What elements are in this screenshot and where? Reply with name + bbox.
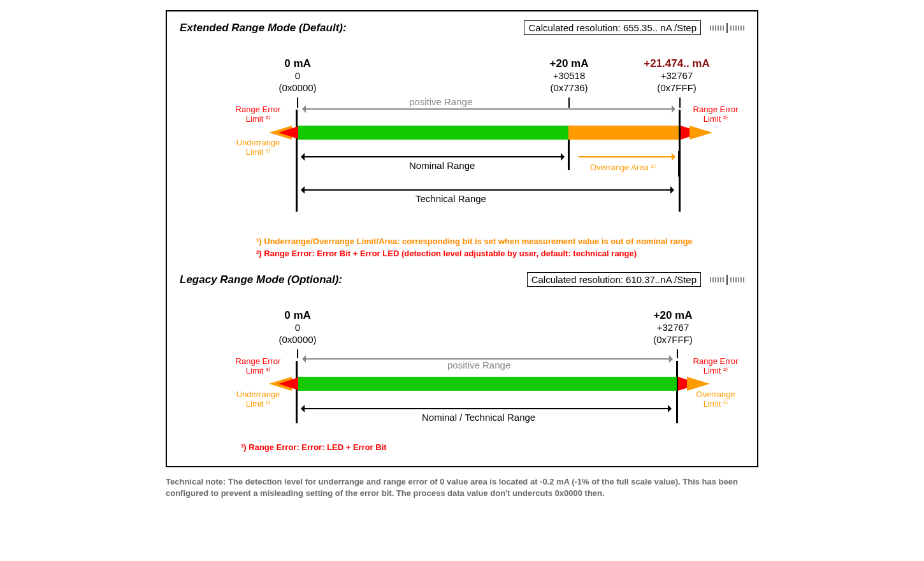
technical-range-arrow [305, 189, 670, 191]
overrange-bar [568, 126, 679, 140]
positive-range-arrow [306, 108, 672, 110]
legacy-range-error-right-label: Range ErrorLimit ³⁾ [689, 357, 742, 376]
extended-mode-header: Extended Range Mode (Default): Calculate… [180, 20, 744, 35]
legacy-nominal-technical-label: Nominal / Technical Range [422, 412, 535, 423]
extended-mode-title: Extended Range Mode (Default): [180, 22, 347, 34]
legacy-max-values: +20 mA +32767 (0x7FFF) [635, 309, 711, 346]
nominal-range-label: Nominal Range [409, 160, 475, 171]
positive-range-label: positive Range [409, 96, 472, 107]
nominal-bar [298, 126, 568, 140]
range-error-left-icon [278, 126, 300, 140]
overrange-label: Overrange Area ¹⁾ [590, 163, 656, 172]
legacy-overrange-cone-icon [687, 377, 710, 391]
range-modes-diagram: Extended Range Mode (Default): Calculate… [166, 10, 758, 467]
footnote-1: ¹) Underrange/Overrange Limit/Area: corr… [256, 237, 744, 246]
legacy-zero-values: 0 mA 0 (0x0000) [263, 309, 333, 346]
extended-resolution: Calculated resolution: 655.35.. nA /Step [524, 20, 701, 35]
legacy-zero-marker [296, 361, 298, 423]
overrange-cone-icon [689, 126, 712, 140]
underrange-label: UnderrangeLimit ¹⁾ [233, 138, 283, 157]
legacy-mode-title: Legacy Range Mode (Optional): [180, 273, 342, 286]
extended-diagram: 0 mA 0 (0x0000) +20 mA +30518 (0x7736) +… [180, 41, 744, 233]
legacy-nominal-technical-arrow [305, 408, 668, 409]
legacy-resolution: Calculated resolution: 610.37..nA /Step [527, 272, 701, 287]
legacy-footnotes: ³) Range Error: Error: LED + Error Bit [180, 442, 744, 452]
step-ticks-icon [710, 275, 744, 285]
footnote-3: ³) Range Error: Error: LED + Error Bit [241, 442, 744, 452]
nominal-range-arrow [305, 156, 561, 157]
zero-marker [296, 110, 298, 212]
range-error-right-label: Range ErrorLimit ²⁾ [689, 105, 742, 124]
legacy-max-marker [676, 361, 678, 423]
legacy-overrange-label: OverrangeLimit ¹⁾ [689, 390, 742, 409]
legacy-positive-range-label: positive Range [447, 360, 510, 370]
legacy-range-error-left-label: Range ErrorLimit ³⁾ [233, 357, 283, 376]
zero-values: 0 mA 0 (0x0000) [263, 57, 333, 94]
legacy-mode-header: Legacy Range Mode (Optional): Calculated… [180, 272, 744, 287]
range-error-left-label: Range ErrorLimit ²⁾ [233, 105, 283, 124]
mid-footnotes: ¹) Underrange/Overrange Limit/Area: corr… [180, 237, 744, 258]
legacy-nominal-bar [298, 377, 677, 391]
overrange-arrow [579, 156, 672, 157]
footnote-2: ²) Range Error: Error Bit + Error LED (d… [256, 249, 744, 258]
max-values: +21.474.. mA +32767 (0x7FFF) [632, 57, 721, 94]
step-ticks-icon [710, 23, 744, 33]
legacy-range-error-left-icon [278, 377, 300, 391]
technical-range-label: Technical Range [415, 193, 486, 204]
legacy-diagram: 0 mA 0 (0x0000) +20 mA +32767 (0x7FFF) p… [180, 293, 744, 440]
technical-note: Technical note: The detection level for … [163, 476, 761, 499]
legacy-underrange-label: UnderrangeLimit ¹⁾ [233, 390, 283, 409]
twenty-values: +20 mA +30518 (0x7736) [534, 57, 604, 94]
